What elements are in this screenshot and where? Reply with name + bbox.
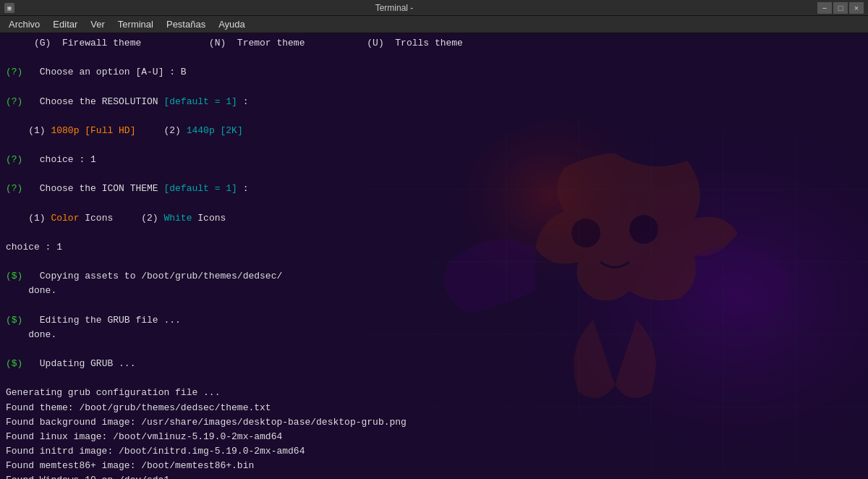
found-theme-line: Found theme: /boot/grub/themes/dedsec/th…: [6, 401, 862, 415]
menubar: ArchivoEditarVerTerminalPestañasAyuda: [0, 16, 868, 33]
done-edit-line: done.: [6, 328, 862, 342]
terminal-window: (G) Firewall theme (N) Tremor theme (U) …: [0, 33, 868, 479]
blank-line-8: [6, 255, 862, 269]
titlebar: ▣ Terminal - − □ ×: [0, 0, 868, 16]
window-title: Terminal -: [14, 3, 774, 13]
maximize-button[interactable]: □: [833, 2, 848, 14]
found-bg-line: Found background image: /usr/share/image…: [6, 415, 862, 430]
blank-line-4: [6, 138, 862, 153]
resolution-options: (1) 1080p [Full HD] (2) 1440p [2K]: [6, 124, 862, 138]
choose-icon-line: (?) Choose the ICON THEME [default = 1] …: [6, 182, 862, 196]
found-memtest-line: Found memtest86+ image: /boot/memtest86+…: [6, 459, 862, 473]
titlebar-left: ▣: [4, 3, 14, 13]
blank-line-6: [6, 197, 862, 211]
found-linux-line: Found linux image: /boot/vmlinuz-5.19.0-…: [6, 430, 862, 444]
blank-line-1: [6, 51, 862, 65]
blank-line-10: [6, 342, 862, 357]
found-windows-line: Found Windows 10 on /dev/sda1: [6, 473, 862, 479]
theme-row: (G) Firewall theme (N) Tremor theme (U) …: [6, 36, 862, 51]
grub-config-line: Generating grub configuration file ...: [6, 386, 862, 400]
blank-line-9: [6, 299, 862, 313]
choose-resolution-line: (?) Choose the RESOLUTION [default = 1] …: [6, 95, 862, 109]
menubar-item-ver[interactable]: Ver: [85, 17, 111, 31]
menubar-item-ayuda[interactable]: Ayuda: [213, 17, 251, 31]
done-copy-line: done.: [6, 284, 862, 298]
choice-2-line: choice : 1: [6, 240, 862, 255]
icon-options: (1) Color Icons (2) White Icons: [6, 211, 862, 226]
blank-line-3: [6, 109, 862, 124]
update-grub-line: ($) Updating GRUB ...: [6, 357, 862, 371]
edit-grub-line: ($) Editing the GRUB file ...: [6, 313, 862, 328]
theme-row-text: (G) Firewall theme (N) Tremor theme (U) …: [6, 38, 463, 48]
minimize-button[interactable]: −: [817, 2, 832, 14]
menubar-item-terminal[interactable]: Terminal: [112, 17, 159, 31]
blank-line-11: [6, 371, 862, 386]
choice-1-line: (?) choice : 1: [6, 153, 862, 167]
blank-line-5: [6, 167, 862, 182]
menubar-item-editar[interactable]: Editar: [47, 17, 83, 31]
copy-assets-line: ($) Copying assets to /boot/grub/themes/…: [6, 269, 862, 284]
choose-option-line: (?) Choose an option [A-U] : B: [6, 65, 862, 80]
blank-line-2: [6, 80, 862, 94]
menubar-item-pestañas[interactable]: Pestañas: [161, 17, 211, 31]
blank-line-7: [6, 226, 862, 240]
close-button[interactable]: ×: [849, 2, 864, 14]
terminal-content: (G) Firewall theme (N) Tremor theme (U) …: [0, 33, 868, 479]
found-initrd-line: Found initrd image: /boot/initrd.img-5.1…: [6, 444, 862, 459]
terminal-icon: ▣: [4, 3, 14, 13]
window-controls[interactable]: − □ ×: [817, 2, 864, 14]
menubar-item-archivo[interactable]: Archivo: [3, 17, 46, 31]
